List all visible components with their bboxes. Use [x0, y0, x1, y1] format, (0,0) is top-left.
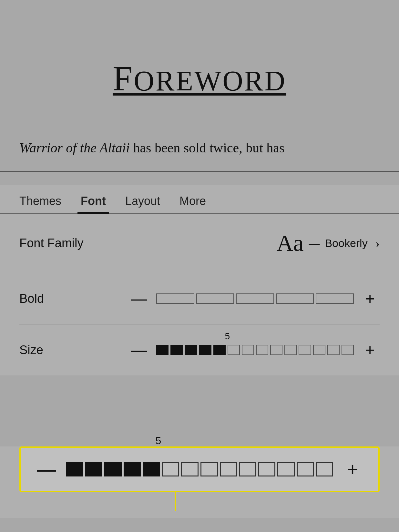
size-seg-9 — [270, 345, 282, 355]
zoom-seg-3 — [104, 462, 122, 476]
zoom-minus-button[interactable]: — — [34, 458, 59, 480]
size-minus-button[interactable]: — — [129, 341, 148, 359]
size-seg-3 — [185, 345, 197, 355]
size-seg-11 — [299, 345, 311, 355]
book-excerpt: Warrior of the Altaii has been sold twic… — [0, 138, 399, 172]
zoom-seg-4 — [124, 462, 141, 476]
bold-row: Bold — + — [19, 273, 380, 324]
zoom-seg-6 — [162, 462, 179, 476]
zoom-box: 5 — + — [19, 446, 380, 492]
tab-font[interactable]: Font — [71, 189, 116, 213]
size-seg-2 — [170, 345, 183, 355]
tab-layout[interactable]: Layout — [116, 189, 170, 213]
font-family-right: Aa — Bookerly › — [276, 230, 380, 257]
zoom-seg-2 — [85, 462, 103, 476]
tab-bar: Themes Font Layout More — [0, 185, 399, 214]
zoom-seg-9 — [220, 462, 237, 476]
book-title: FOREWORD — [0, 58, 399, 99]
size-slider-container: 5 — [156, 345, 354, 355]
bold-seg-1 — [156, 293, 194, 304]
font-family-chevron-icon[interactable]: › — [375, 236, 380, 251]
bold-plus-button[interactable]: + — [360, 289, 380, 308]
size-value-label: 5 — [225, 331, 230, 342]
size-seg-14 — [342, 345, 354, 355]
zoom-seg-12 — [277, 462, 295, 476]
zoom-seg-13 — [297, 462, 314, 476]
bold-seg-5 — [316, 293, 354, 304]
zoom-seg-5 — [143, 462, 160, 476]
tab-more[interactable]: More — [170, 189, 216, 213]
zoom-seg-11 — [258, 462, 276, 476]
size-label: Size — [19, 343, 90, 357]
size-plus-button[interactable]: + — [360, 341, 380, 359]
book-content-area: FOREWORD Warrior of the Altaii has been … — [0, 0, 399, 185]
size-seg-7 — [242, 345, 254, 355]
font-name: Bookerly — [325, 237, 367, 250]
size-seg-10 — [284, 345, 297, 355]
zoom-slider-track[interactable] — [66, 462, 333, 476]
size-seg-4 — [199, 345, 211, 355]
bold-slider-track[interactable] — [156, 293, 354, 304]
size-seg-6 — [228, 345, 240, 355]
size-row: Size — 5 — [19, 324, 380, 375]
settings-panel: Font Family Aa — Bookerly › Bold — + Siz… — [0, 214, 399, 375]
bold-seg-2 — [196, 293, 234, 304]
size-slider-track[interactable] — [156, 345, 354, 355]
size-seg-1 — [156, 345, 169, 355]
size-seg-12 — [313, 345, 325, 355]
zoom-seg-7 — [181, 462, 199, 476]
zoom-seg-14 — [316, 462, 333, 476]
font-family-row: Font Family Aa — Bookerly › — [19, 214, 380, 273]
size-stepper: — 5 — [90, 341, 380, 359]
bold-stepper: — + — [90, 289, 380, 308]
font-dash: — — [309, 237, 320, 250]
size-seg-8 — [256, 345, 268, 355]
font-family-label: Font Family — [19, 236, 90, 250]
size-seg-13 — [327, 345, 340, 355]
bold-seg-3 — [236, 293, 274, 304]
zoom-seg-8 — [200, 462, 218, 476]
bold-seg-4 — [276, 293, 314, 304]
tab-themes[interactable]: Themes — [10, 189, 71, 213]
zoom-seg-1 — [66, 462, 83, 476]
zoom-value-label: 5 — [155, 435, 161, 447]
bold-minus-button[interactable]: — — [129, 289, 148, 308]
bold-label: Bold — [19, 292, 90, 306]
size-seg-5 — [213, 345, 226, 355]
font-preview: Aa — [276, 230, 303, 257]
zoom-seg-10 — [239, 462, 256, 476]
zoom-plus-button[interactable]: + — [340, 458, 365, 480]
